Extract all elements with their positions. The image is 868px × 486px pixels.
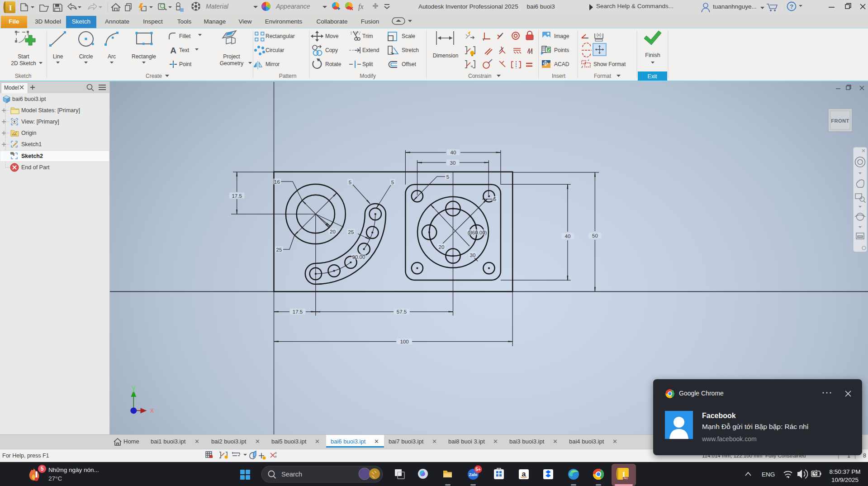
svg-text:10/9/2025: 10/9/2025 (831, 476, 859, 483)
svg-text:Split: Split (362, 61, 373, 67)
svg-text:Stretch: Stretch (402, 47, 419, 53)
svg-text:Material: Material (206, 3, 229, 10)
svg-text:Sketch1: Sketch1 (21, 141, 42, 148)
svg-text:5: 5 (41, 466, 44, 472)
svg-text:Trim: Trim (362, 33, 373, 39)
svg-text:25: 25 (276, 247, 282, 253)
svg-text:End of Part: End of Part (21, 164, 50, 171)
svg-text:ACAD: ACAD (554, 61, 569, 67)
svg-text:Project: Project (223, 53, 240, 60)
svg-text:30: 30 (450, 160, 456, 166)
svg-text:40: 40 (451, 150, 456, 155)
svg-text:50: 50 (592, 233, 598, 238)
svg-text:Rectangular: Rectangular (266, 33, 295, 39)
svg-text:PRO: PRO (624, 477, 628, 480)
svg-text:90.00: 90.00 (352, 254, 365, 260)
svg-text:Line: Line (53, 53, 63, 60)
svg-text:A: A (170, 46, 176, 55)
svg-text:I: I (9, 4, 12, 12)
svg-text:Những ngày nón...: Những ngày nón... (48, 467, 99, 473)
svg-text:16: 16 (274, 179, 280, 185)
svg-text:Geometry: Geometry (220, 60, 244, 67)
svg-text:View: [Primary]: View: [Primary] (21, 119, 59, 125)
svg-text:FRONT: FRONT (831, 118, 849, 124)
svg-text:17.5: 17.5 (232, 193, 242, 199)
svg-text:Constrain: Constrain (468, 73, 491, 79)
svg-text:Move: Move (325, 33, 339, 39)
svg-text:Points: Points (554, 47, 569, 53)
svg-text:Copy: Copy (325, 47, 338, 53)
svg-text:Insert: Insert (552, 73, 566, 79)
svg-text:Pattern: Pattern (279, 73, 297, 79)
svg-text:40: 40 (565, 233, 571, 239)
svg-text:Dimension: Dimension (433, 52, 459, 59)
svg-text:Rotate: Rotate (325, 61, 342, 67)
svg-text:X: X (150, 408, 154, 414)
svg-text:25: 25 (348, 229, 354, 235)
svg-text:Circle: Circle (79, 53, 93, 60)
svg-text:5: 5 (493, 196, 496, 202)
svg-text:2D Sketch: 2D Sketch (11, 60, 36, 67)
svg-text:?: ? (790, 3, 793, 10)
svg-text:Sketch: Sketch (15, 73, 32, 79)
svg-text:(x): (x) (597, 33, 602, 37)
svg-text:fx: fx (358, 3, 364, 11)
svg-text:8:50:37 PM: 8:50:37 PM (829, 468, 860, 475)
svg-text:5+: 5+ (475, 467, 481, 472)
svg-text:Origin: Origin (21, 130, 36, 136)
svg-text:a: a (522, 470, 526, 478)
svg-text:Zalo: Zalo (469, 472, 478, 477)
svg-text:Create: Create (146, 73, 162, 79)
svg-text:Finish: Finish (645, 52, 660, 58)
svg-text:Show Format: Show Format (593, 61, 626, 67)
svg-text:20: 20 (439, 244, 445, 250)
svg-text:Arc: Arc (108, 53, 116, 60)
svg-text:ENG: ENG (762, 471, 775, 478)
svg-text:Appearance: Appearance (275, 3, 310, 10)
svg-text:Format: Format (594, 73, 612, 79)
svg-text:Circular: Circular (266, 47, 284, 53)
svg-text:Offset: Offset (402, 61, 416, 67)
svg-text:Model States: [Primary]: Model States: [Primary] (21, 107, 80, 114)
svg-text:bai6 buoi3.ipt: bai6 buoi3.ipt (12, 96, 46, 102)
svg-text:30: 30 (470, 253, 476, 258)
svg-text:Sketch2: Sketch2 (21, 153, 43, 159)
svg-text:20: 20 (330, 229, 336, 234)
svg-text:Search: Search (281, 471, 302, 478)
svg-text:Fillet: Fillet (179, 33, 191, 39)
svg-text:Modify: Modify (360, 73, 375, 79)
svg-text:Image: Image (554, 33, 569, 39)
svg-text:Point: Point (179, 61, 192, 67)
svg-text:100: 100 (400, 339, 408, 344)
svg-text:Text: Text (179, 47, 190, 53)
svg-text:Start: Start (18, 53, 29, 60)
svg-text:Exit: Exit (648, 73, 657, 80)
svg-text:Rectangle: Rectangle (132, 53, 156, 60)
svg-text:5: 5 (446, 174, 449, 180)
svg-text:(360.00): (360.00) (468, 230, 487, 235)
svg-text:17.5: 17.5 (293, 309, 303, 314)
svg-text:Extend: Extend (362, 47, 379, 53)
svg-text:5: 5 (349, 180, 351, 185)
svg-text:5: 5 (391, 180, 394, 185)
svg-text:Mirror: Mirror (266, 61, 280, 67)
svg-text:57.5: 57.5 (397, 309, 407, 314)
svg-text:27°C: 27°C (48, 475, 62, 482)
svg-text:Scale: Scale (402, 33, 415, 39)
